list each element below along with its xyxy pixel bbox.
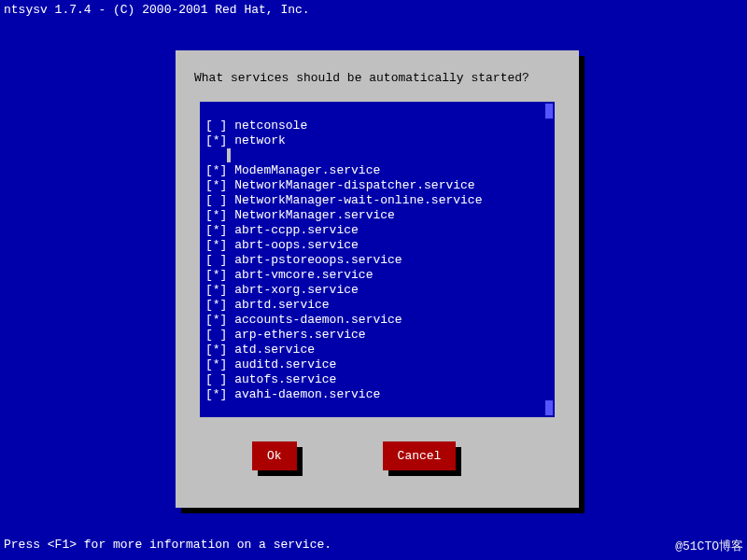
- service-item[interactable]: [ ] netconsole: [200, 119, 555, 133]
- service-item[interactable]: [ ] abrt-pstoreoops.service: [200, 253, 555, 268]
- service-item[interactable]: [*] abrt-vmcore.service: [200, 268, 555, 283]
- service-item[interactable]: [*] NetworkManager.service: [200, 208, 555, 223]
- service-item[interactable]: [*] abrtd.service: [200, 298, 555, 313]
- service-item[interactable]: [*] network: [200, 133, 555, 148]
- service-item[interactable]: [*] avahi-daemon.service: [200, 387, 555, 402]
- footer-hint: Press <F1> for more information on a ser…: [4, 538, 331, 554]
- service-item[interactable]: [*] accounts-daemon.service: [200, 313, 555, 328]
- service-item[interactable]: [*] NetworkManager-dispatcher.service: [200, 178, 555, 193]
- footer: Press <F1> for more information on a ser…: [4, 538, 743, 554]
- service-item[interactable]: [*] atd.service: [200, 343, 555, 357]
- services-dialog: What services should be automatically st…: [176, 50, 579, 508]
- button-row: Ok Cancel: [194, 441, 560, 470]
- service-item[interactable]: [*] abrt-oops.service: [200, 238, 555, 253]
- dialog-prompt: What services should be automatically st…: [194, 71, 560, 85]
- section-header-systemd[interactable]: [200, 148, 555, 163]
- services-listbox[interactable]: [ ] netconsole[*] network [*] ModemManag…: [200, 102, 555, 417]
- section-header-sysv[interactable]: [200, 104, 555, 119]
- ok-button[interactable]: Ok: [252, 441, 297, 470]
- watermark: @51CTO博客: [675, 538, 743, 554]
- service-item[interactable]: [*] ModemManager.service: [200, 163, 555, 178]
- service-item[interactable]: [*] auditd.service: [200, 357, 555, 372]
- cancel-button[interactable]: Cancel: [383, 441, 457, 470]
- service-item[interactable]: [ ] arp-ethers.service: [200, 328, 555, 343]
- scrollbar-down[interactable]: [545, 400, 553, 415]
- service-item[interactable]: [*] abrt-ccpp.service: [200, 223, 555, 238]
- service-item[interactable]: [*] abrt-xorg.service: [200, 283, 555, 298]
- app-header: ntsysv 1.7.4 - (C) 2000-2001 Red Hat, In…: [0, 0, 747, 20]
- service-item[interactable]: [ ] NetworkManager-wait-online.service: [200, 193, 555, 208]
- scrollbar-thumb[interactable]: [545, 104, 553, 119]
- service-item[interactable]: [ ] autofs.service: [200, 372, 555, 387]
